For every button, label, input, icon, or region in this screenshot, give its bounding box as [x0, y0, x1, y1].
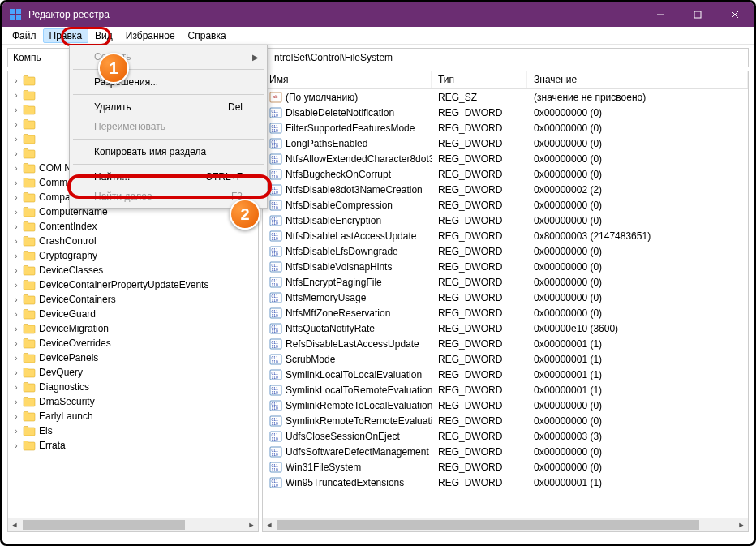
- list-row[interactable]: 011110ScrubModeREG_DWORD0x00000001 (1): [263, 351, 748, 367]
- list-row[interactable]: 011110NtfsQuotaNotifyRateREG_DWORD0x0000…: [263, 320, 748, 336]
- list-header: Имя Тип Значение: [263, 71, 748, 89]
- tree-row[interactable]: ›Diagnostics: [10, 380, 258, 394]
- list-row[interactable]: 011110SymlinkLocalToRemoteEvaluationREG_…: [263, 382, 748, 398]
- folder-icon: [23, 323, 36, 334]
- list-row[interactable]: 011110NtfsMftZoneReservationREG_DWORD0x0…: [263, 305, 748, 320]
- tree-row[interactable]: ›DevicePanels: [10, 350, 258, 365]
- expand-icon[interactable]: ›: [11, 120, 21, 129]
- list-row[interactable]: 011110FilterSupportedFeaturesModeREG_DWO…: [263, 120, 748, 135]
- scroll-left-icon[interactable]: ◄: [263, 518, 276, 531]
- list-row[interactable]: 011110NtfsDisable8dot3NameCreationREG_DW…: [263, 182, 748, 197]
- menu-rename[interactable]: Переименовать: [71, 117, 265, 136]
- expand-icon[interactable]: ›: [11, 325, 21, 333]
- dword-value-icon: 011110: [269, 199, 282, 212]
- expand-icon[interactable]: ›: [11, 164, 21, 173]
- tree-row[interactable]: ›DeviceContainerPropertyUpdateEvents: [10, 277, 258, 292]
- expand-icon[interactable]: ›: [11, 398, 21, 406]
- close-button[interactable]: [716, 2, 754, 27]
- tree-row[interactable]: ›EarlyLaunch: [10, 409, 258, 423]
- list-row[interactable]: 011110SymlinkLocalToLocalEvaluationREG_D…: [263, 367, 748, 382]
- list-row[interactable]: 011110NtfsDisableLfsDowngradeREG_DWORD0x…: [263, 243, 748, 259]
- list-row[interactable]: 011110SymlinkRemoteToRemoteEvaluationREG…: [263, 413, 748, 428]
- expand-icon[interactable]: ›: [11, 368, 21, 377]
- list-row[interactable]: 011110Win95TruncatedExtensionsREG_DWORD0…: [263, 475, 748, 490]
- list-row[interactable]: 011110SymlinkRemoteToLocalEvaluationREG_…: [263, 398, 748, 413]
- menu-delete[interactable]: Удалить Del: [71, 97, 265, 117]
- value-data: 0x00000000 (0): [527, 138, 748, 149]
- tree-row[interactable]: ›DmaSecurity: [10, 394, 258, 409]
- list-row[interactable]: 011110NtfsDisableCompressionREG_DWORD0x0…: [263, 197, 748, 213]
- expand-icon[interactable]: ›: [11, 412, 21, 421]
- value-type: REG_DWORD: [432, 415, 527, 427]
- expand-icon[interactable]: ›: [11, 208, 21, 217]
- tree-row[interactable]: ›DeviceMigration: [10, 321, 258, 336]
- list-row[interactable]: 011110NtfsEncryptPagingFileREG_DWORD0x00…: [263, 274, 748, 290]
- expand-icon[interactable]: ›: [11, 310, 21, 319]
- list-row[interactable]: 011110RefsDisableLastAccessUpdateREG_DWO…: [263, 336, 748, 351]
- expand-icon[interactable]: ›: [11, 427, 21, 436]
- value-name: NtfsEncryptPagingFile: [286, 277, 382, 288]
- expand-icon[interactable]: ›: [11, 193, 21, 202]
- tree-row[interactable]: ›DeviceContainers: [10, 292, 258, 307]
- dword-value-icon: 011110: [269, 353, 282, 366]
- list-row[interactable]: 011110UdfsCloseSessionOnEjectREG_DWORD0x…: [263, 428, 748, 444]
- tree-row[interactable]: ›ContentIndex: [10, 219, 258, 234]
- tree-row[interactable]: ›DeviceGuard: [10, 307, 258, 321]
- expand-icon[interactable]: ›: [11, 91, 21, 100]
- list-row[interactable]: 011110UdfsSoftwareDefectManagementREG_DW…: [263, 444, 748, 459]
- expand-icon[interactable]: ›: [11, 441, 21, 450]
- expand-icon[interactable]: ›: [11, 178, 21, 187]
- tree-item-label: DevQuery: [39, 367, 83, 378]
- dword-value-icon: 011110: [269, 183, 282, 196]
- expand-icon[interactable]: ›: [11, 252, 21, 260]
- menu-edit[interactable]: Правка: [43, 28, 89, 43]
- tree-row[interactable]: ›DeviceOverrides: [10, 336, 258, 350]
- tree-row[interactable]: ›DevQuery: [10, 365, 258, 380]
- tree-horizontal-scrollbar[interactable]: ◄ ►: [8, 518, 258, 531]
- menu-copy-key-name[interactable]: Копировать имя раздела: [71, 142, 265, 161]
- expand-icon[interactable]: ›: [11, 222, 21, 231]
- list-row[interactable]: ab(По умолчанию)REG_SZ(значение не присв…: [263, 89, 748, 105]
- expand-icon[interactable]: ›: [11, 76, 21, 85]
- expand-icon[interactable]: ›: [11, 237, 21, 246]
- menu-favorites[interactable]: Избранное: [119, 28, 182, 43]
- expand-icon[interactable]: ›: [11, 266, 21, 275]
- list-row[interactable]: 011110NtfsDisableEncryptionREG_DWORD0x00…: [263, 213, 748, 228]
- menu-file[interactable]: Файл: [6, 28, 43, 43]
- menu-find[interactable]: Найти... CTRL+F: [71, 167, 265, 187]
- minimize-button[interactable]: [642, 2, 679, 27]
- expand-icon[interactable]: ›: [11, 149, 21, 158]
- tree-row[interactable]: ›Els: [10, 423, 258, 438]
- list-row[interactable]: 011110NtfsMemoryUsageREG_DWORD0x00000000…: [263, 290, 748, 305]
- expand-icon[interactable]: ›: [11, 295, 21, 304]
- list-row[interactable]: 011110NtfsAllowExtendedCharacter8dot3...…: [263, 151, 748, 166]
- expand-icon[interactable]: ›: [11, 281, 21, 290]
- svg-text:110: 110: [272, 297, 279, 302]
- menu-help[interactable]: Справка: [182, 28, 233, 43]
- scroll-left-icon[interactable]: ◄: [8, 518, 21, 531]
- column-type[interactable]: Тип: [432, 71, 527, 88]
- column-value[interactable]: Значение: [527, 71, 748, 88]
- list-horizontal-scrollbar[interactable]: ◄ ►: [263, 518, 748, 531]
- expand-icon[interactable]: ›: [11, 105, 21, 114]
- expand-icon[interactable]: ›: [11, 339, 21, 348]
- tree-row[interactable]: ›DeviceClasses: [10, 263, 258, 277]
- maximize-button[interactable]: [679, 2, 716, 27]
- menu-view[interactable]: Вид: [88, 28, 119, 43]
- list-row[interactable]: 011110NtfsBugcheckOnCorruptREG_DWORD0x00…: [263, 166, 748, 182]
- expand-icon[interactable]: ›: [11, 383, 21, 392]
- list-row[interactable]: 011110NtfsDisableVolsnapHintsREG_DWORD0x…: [263, 259, 748, 274]
- tree-row[interactable]: ›CrashControl: [10, 234, 258, 248]
- list-row[interactable]: 011110Win31FileSystemREG_DWORD0x00000000…: [263, 459, 748, 475]
- list-row[interactable]: 011110NtfsDisableLastAccessUpdateREG_DWO…: [263, 228, 748, 243]
- expand-icon[interactable]: ›: [11, 135, 21, 144]
- tree-row[interactable]: ›Cryptography: [10, 248, 258, 263]
- list-row[interactable]: 011110LongPathsEnabledREG_DWORD0x0000000…: [263, 135, 748, 151]
- expand-icon[interactable]: ›: [11, 354, 21, 363]
- column-name[interactable]: Имя: [263, 71, 432, 88]
- scroll-right-icon[interactable]: ►: [245, 518, 258, 531]
- tree-row[interactable]: ›Errata: [10, 438, 258, 453]
- list-pane[interactable]: Имя Тип Значение ab(По умолчанию)REG_SZ(…: [262, 71, 749, 532]
- scroll-right-icon[interactable]: ►: [735, 518, 748, 531]
- list-row[interactable]: 011110DisableDeleteNotificationREG_DWORD…: [263, 105, 748, 120]
